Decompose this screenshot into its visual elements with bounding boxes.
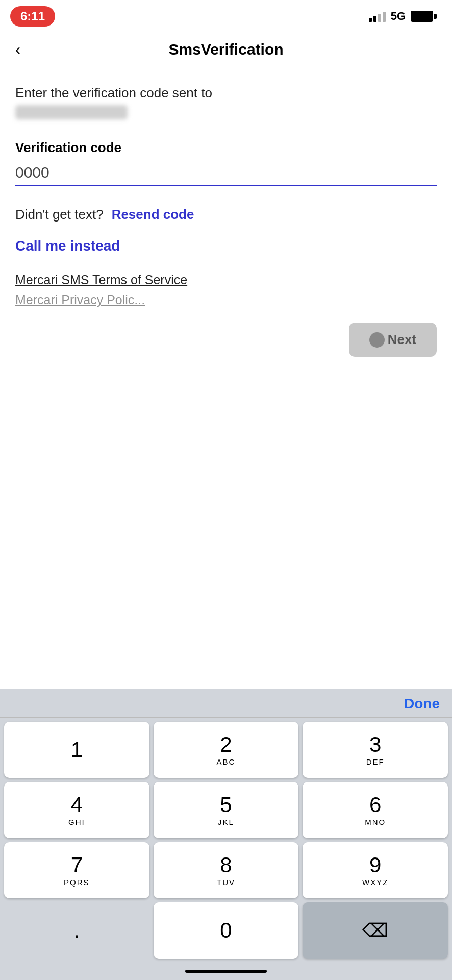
resend-row: Didn't get text? Resend code bbox=[15, 207, 437, 223]
key-7[interactable]: 7 PQRS bbox=[4, 842, 149, 898]
key-3[interactable]: 3 DEF bbox=[303, 722, 448, 778]
keyboard-toolbar: Done bbox=[0, 689, 452, 718]
back-button[interactable]: ‹ bbox=[15, 41, 20, 58]
key-2[interactable]: 2 ABC bbox=[154, 722, 299, 778]
key-1[interactable]: 1 bbox=[4, 722, 149, 778]
page-title: SmsVerification bbox=[168, 41, 283, 58]
call-instead-button[interactable]: Call me instead bbox=[15, 238, 437, 254]
key-0[interactable]: 0 bbox=[154, 902, 299, 959]
verification-code-label: Verification code bbox=[15, 140, 437, 156]
status-bar: 6:11 5G bbox=[0, 0, 452, 31]
main-content: Enter the verification code sent to Veri… bbox=[0, 68, 452, 307]
didnt-get-text: Didn't get text? bbox=[15, 207, 104, 223]
status-time: 6:11 bbox=[10, 6, 55, 27]
key-8[interactable]: 8 TUV bbox=[154, 842, 299, 898]
next-button-icon bbox=[369, 332, 385, 348]
header: ‹ SmsVerification bbox=[0, 31, 452, 68]
key-6[interactable]: 6 MNO bbox=[303, 782, 448, 838]
tos-link[interactable]: Mercari SMS Terms of Service bbox=[15, 273, 437, 287]
key-4[interactable]: 4 GHI bbox=[4, 782, 149, 838]
next-button-label: Next bbox=[388, 332, 416, 348]
next-button-area: Next bbox=[0, 312, 452, 367]
key-dot[interactable]: . bbox=[4, 902, 149, 959]
code-input-wrapper bbox=[15, 164, 437, 186]
signal-icon bbox=[369, 11, 386, 22]
resend-code-button[interactable]: Resend code bbox=[112, 207, 194, 223]
network-label: 5G bbox=[391, 10, 406, 23]
next-button[interactable]: Next bbox=[349, 323, 437, 357]
phone-number-blurred bbox=[15, 105, 128, 119]
status-right-icons: 5G bbox=[369, 10, 437, 23]
verification-code-input[interactable] bbox=[15, 164, 437, 181]
battery-icon bbox=[411, 11, 437, 22]
home-indicator bbox=[0, 963, 452, 980]
delete-icon: ⌫ bbox=[362, 920, 388, 941]
privacy-link[interactable]: Mercari Privacy Polic... bbox=[15, 292, 437, 307]
key-9[interactable]: 9 WXYZ bbox=[303, 842, 448, 898]
key-delete[interactable]: ⌫ bbox=[303, 902, 448, 959]
keyboard-grid: 1 2 ABC 3 DEF 4 GHI 5 JKL 6 MNO 7 PQRS 8 bbox=[0, 718, 452, 963]
subtitle-text: Enter the verification code sent to bbox=[15, 84, 437, 102]
keyboard-done-button[interactable]: Done bbox=[404, 696, 440, 712]
keyboard: Done 1 2 ABC 3 DEF 4 GHI 5 JKL 6 MNO 7 bbox=[0, 689, 452, 980]
key-5[interactable]: 5 JKL bbox=[154, 782, 299, 838]
home-bar bbox=[185, 970, 267, 973]
